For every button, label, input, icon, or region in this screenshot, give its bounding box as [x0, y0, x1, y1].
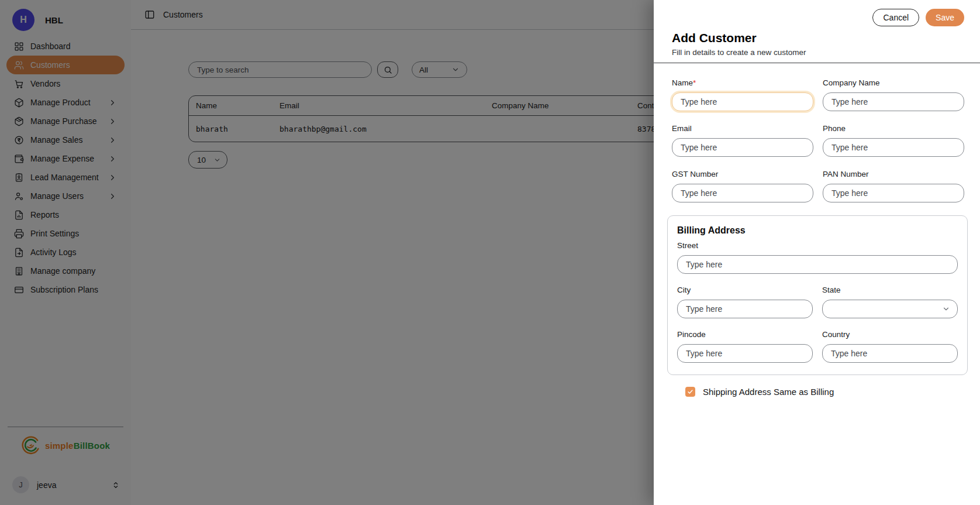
- pincode-input[interactable]: [677, 344, 813, 363]
- company-name-input[interactable]: [823, 92, 964, 111]
- add-customer-drawer: Cancel Save Add Customer Fill in details…: [654, 0, 980, 505]
- billing-address-heading: Billing Address: [677, 225, 958, 236]
- pan-number-label: PAN Number: [823, 170, 964, 178]
- field-email: Email: [672, 124, 813, 157]
- gst-number-input[interactable]: [672, 184, 813, 202]
- check-icon: [687, 389, 693, 395]
- field-name: Name*: [672, 78, 813, 111]
- shipping-same-checkbox[interactable]: [685, 387, 695, 397]
- email-input[interactable]: [672, 138, 813, 157]
- field-state: State: [822, 286, 958, 318]
- field-company-name: Company Name: [823, 78, 964, 111]
- name-label: Name*: [672, 78, 813, 87]
- pan-number-input[interactable]: [823, 184, 964, 202]
- email-label: Email: [672, 124, 813, 133]
- gst-number-label: GST Number: [672, 170, 813, 178]
- modal-overlay[interactable]: [0, 0, 654, 505]
- drawer-actions: Cancel Save: [672, 9, 964, 26]
- field-phone: Phone: [823, 124, 964, 157]
- drawer-header: Cancel Save Add Customer Fill in details…: [654, 0, 980, 63]
- country-label: Country: [822, 330, 958, 339]
- phone-label: Phone: [823, 124, 964, 133]
- city-label: City: [677, 286, 813, 294]
- save-button[interactable]: Save: [926, 9, 964, 26]
- street-label: Street: [677, 241, 958, 250]
- field-pan-number: PAN Number: [823, 170, 964, 202]
- drawer-title: Add Customer: [672, 31, 964, 45]
- pincode-label: Pincode: [677, 330, 813, 339]
- name-input[interactable]: [672, 92, 813, 111]
- field-gst-number: GST Number: [672, 170, 813, 202]
- drawer-body: Name* Company Name Email Phone GST Numbe…: [654, 63, 980, 397]
- state-select[interactable]: [822, 300, 958, 318]
- state-label: State: [822, 286, 958, 294]
- city-input[interactable]: [677, 300, 813, 318]
- shipping-same-row: Shipping Address Same as Billing: [685, 387, 964, 397]
- company-name-label: Company Name: [823, 78, 964, 87]
- required-asterisk: *: [693, 78, 696, 87]
- street-input[interactable]: [677, 255, 958, 274]
- field-pincode: Pincode: [677, 330, 813, 363]
- chevron-down-icon: [942, 305, 950, 313]
- country-input[interactable]: [822, 344, 958, 363]
- field-country: Country: [822, 330, 958, 363]
- billing-address-card: Billing Address Street City State: [667, 215, 968, 375]
- cancel-button[interactable]: Cancel: [872, 9, 919, 26]
- phone-input[interactable]: [823, 138, 964, 157]
- shipping-same-label: Shipping Address Same as Billing: [703, 387, 834, 397]
- field-street: Street: [677, 241, 958, 274]
- field-city: City: [677, 286, 813, 318]
- drawer-subtitle: Fill in details to create a new customer: [672, 48, 964, 57]
